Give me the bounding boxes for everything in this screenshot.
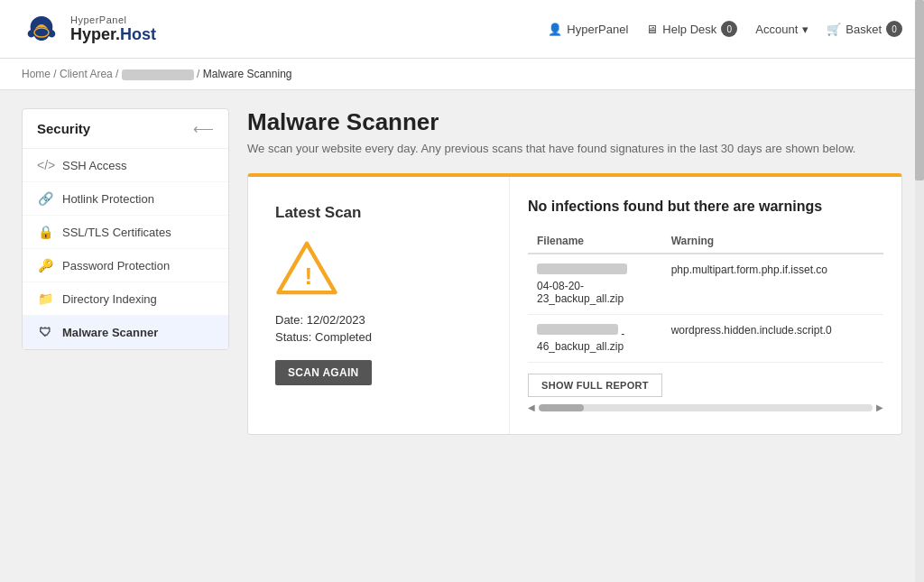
breadcrumb-current: Malware Scanning — [203, 68, 292, 80]
sidebar-item-label: SSH Access — [62, 159, 127, 172]
filename-2: 46_backup_all.zip — [537, 340, 624, 353]
blurred-dash: - — [621, 328, 624, 340]
scroll-thumb — [539, 404, 584, 411]
sidebar-item-password-protection[interactable]: 🔑 Password Protection — [23, 249, 228, 282]
basket-label: Basket — [845, 23, 882, 36]
horizontal-scrollbar[interactable]: ◀ ▶ — [528, 402, 883, 412]
main-content: Malware Scanner We scan your website eve… — [247, 108, 902, 559]
sidebar-item-label: Password Protection — [62, 259, 170, 273]
breadcrumb-home[interactable]: Home — [22, 68, 51, 80]
monitor-icon: 🖥 — [646, 23, 658, 36]
scroll-track[interactable] — [539, 404, 873, 411]
warning-text-1: php.multipart.form.php.if.isset.co — [671, 263, 827, 276]
hyperpanel-nav-item[interactable]: 👤 HyperPanel — [548, 23, 628, 36]
scan-left: Latest Scan ! Date: 12/02/2023 Status: C… — [248, 177, 510, 434]
breadcrumb-blurred — [122, 69, 194, 80]
result-title: No infections found but there are warnin… — [528, 199, 883, 215]
sidebar-title: Security — [37, 121, 90, 136]
filename-cell-2: - 46_backup_all.zip — [528, 315, 662, 363]
blurred-filename-1 — [537, 263, 627, 274]
logo-icon — [22, 9, 61, 49]
sidebar: Security ⟵ </> SSH Access 🔗 Hotlink Prot… — [22, 108, 229, 559]
page-subtitle: We scan your website every day. Any prev… — [247, 142, 902, 155]
scroll-right-icon[interactable]: ▶ — [876, 402, 883, 412]
sidebar-item-label: Directory Indexing — [62, 292, 157, 306]
sidebar-collapse-icon[interactable]: ⟵ — [193, 120, 214, 137]
brand-name-top: HyperPanel — [70, 14, 156, 25]
warning-cell-2: wordpress.hidden.include.script.0 — [662, 315, 883, 363]
table-row: 04-08-20-23_backup_all.zip php.multipart… — [528, 254, 883, 315]
sidebar-card: Security ⟵ </> SSH Access 🔗 Hotlink Prot… — [22, 108, 229, 350]
warnings-table: Filename Warning 04-08-20-23_backup_all.… — [528, 229, 883, 363]
scan-card: Latest Scan ! Date: 12/02/2023 Status: C… — [247, 173, 902, 435]
breadcrumb-client-area[interactable]: Client Area — [60, 68, 113, 80]
sidebar-item-hotlink-protection[interactable]: 🔗 Hotlink Protection — [23, 182, 228, 216]
sidebar-item-directory-indexing[interactable]: 📁 Directory Indexing — [23, 282, 228, 316]
warning-text-2: wordpress.hidden.include.script.0 — [671, 324, 832, 337]
warning-col-header: Warning — [662, 229, 883, 254]
user-icon: 👤 — [548, 23, 562, 36]
sidebar-item-ssl-tls[interactable]: 🔒 SSL/TLS Certificates — [23, 216, 228, 249]
filename-1: 04-08-20-23_backup_all.zip — [537, 280, 624, 305]
warning-cell-1: php.multipart.form.php.if.isset.co — [662, 254, 883, 315]
table-row: - 46_backup_all.zip wordpress.hidden.inc… — [528, 315, 883, 363]
svg-point-0 — [34, 28, 49, 37]
link-icon: 🔗 — [37, 191, 53, 206]
sidebar-item-ssh-access[interactable]: </> SSH Access — [23, 149, 228, 182]
key-icon: 🔑 — [37, 258, 53, 273]
account-label: Account — [755, 23, 798, 36]
shield-icon: 🛡 — [37, 325, 53, 339]
latest-scan-label: Latest Scan — [275, 204, 482, 222]
lock-icon: 🔒 — [37, 225, 53, 239]
sidebar-header: Security ⟵ — [23, 109, 228, 149]
warning-icon-wrap: ! — [275, 240, 482, 299]
nav-right: 👤 HyperPanel 🖥 Help Desk 0 Account ▾ 🛒 B… — [548, 21, 902, 37]
breadcrumb: Home / Client Area / / Malware Scanning — [0, 59, 924, 90]
basket-icon: 🛒 — [827, 23, 841, 36]
sidebar-item-label: Hotlink Protection — [62, 192, 154, 206]
brand-name-bottom: Hyper.Host — [70, 25, 156, 44]
page-scroll-thumb — [915, 0, 924, 180]
scroll-left-icon[interactable]: ◀ — [528, 402, 535, 412]
scan-status: Status: Completed — [275, 330, 482, 344]
sidebar-item-label: Malware Scanner — [62, 326, 158, 339]
scan-again-button[interactable]: SCAN AGAIN — [275, 360, 372, 385]
warning-triangle-icon: ! — [275, 240, 338, 296]
main-layout: Security ⟵ </> SSH Access 🔗 Hotlink Prot… — [0, 90, 924, 577]
helpdesk-label: Help Desk — [662, 23, 716, 36]
page-title: Malware Scanner — [247, 108, 902, 136]
show-full-report-button[interactable]: SHOW FULL REPORT — [528, 374, 662, 397]
basket-nav-item[interactable]: 🛒 Basket 0 — [827, 21, 902, 37]
logo: HyperPanel Hyper.Host — [22, 9, 156, 49]
helpdesk-badge: 0 — [721, 21, 737, 37]
filename-col-header: Filename — [528, 229, 662, 254]
scan-right: No infections found but there are warnin… — [510, 177, 901, 434]
basket-badge: 0 — [886, 21, 902, 37]
code-icon: </> — [37, 158, 53, 172]
helpdesk-nav-item[interactable]: 🖥 Help Desk 0 — [646, 21, 737, 37]
sidebar-item-label: SSL/TLS Certificates — [62, 226, 171, 239]
folder-icon: 📁 — [37, 291, 53, 306]
scan-date: Date: 12/02/2023 — [275, 313, 482, 327]
filename-cell-1: 04-08-20-23_backup_all.zip — [528, 254, 662, 315]
account-nav-item[interactable]: Account ▾ — [755, 23, 808, 36]
hyperpanel-label: HyperPanel — [567, 23, 628, 36]
sidebar-item-malware-scanner[interactable]: 🛡 Malware Scanner — [23, 316, 228, 349]
page-scrollbar[interactable] — [915, 0, 924, 577]
svg-text:!: ! — [304, 263, 312, 290]
topnav: HyperPanel Hyper.Host 👤 HyperPanel 🖥 Hel… — [0, 0, 924, 59]
blurred-filename-2 — [537, 324, 618, 335]
chevron-down-icon: ▾ — [802, 23, 808, 36]
